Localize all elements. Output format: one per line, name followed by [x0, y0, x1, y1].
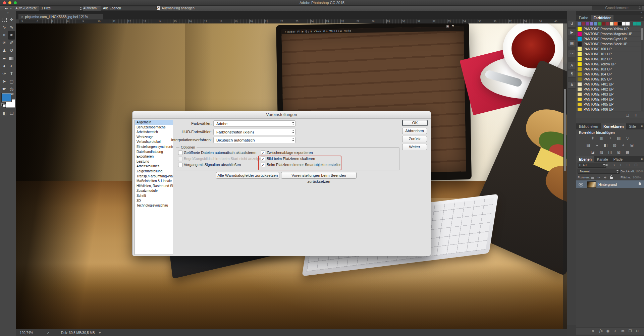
status-menu-arrow-icon[interactable]: ▶: [99, 331, 101, 334]
eye-icon[interactable]: [579, 183, 583, 186]
tab-kanäle[interactable]: Kanäle: [594, 156, 611, 162]
recent-swatch[interactable]: [586, 22, 589, 25]
pref-category-dateihandhabung[interactable]: Dateihandhabung: [135, 150, 173, 155]
swatch-row[interactable]: PANTONE Yellow UP: [576, 62, 641, 67]
recent-swatch[interactable]: [614, 22, 618, 25]
tab-stile[interactable]: Stile: [626, 123, 638, 129]
recent-swatch[interactable]: [610, 22, 613, 25]
notes-panel-icon[interactable]: ✑: [568, 50, 576, 57]
swatch-row[interactable]: PANTONE 100 UP: [576, 47, 641, 52]
character-panel-icon[interactable]: A: [568, 62, 576, 69]
hue-saturation-icon[interactable]: ▤: [585, 143, 592, 148]
swatch-row[interactable]: PANTONE 7405 UP: [576, 102, 641, 107]
layer-filter-select[interactable]: ⊙ Art: [578, 163, 606, 168]
swatch-row[interactable]: PANTONE 7406 UP: [576, 107, 641, 111]
adjustment-layer-icon[interactable]: ◑: [614, 329, 616, 333]
swatches-panel-menu-icon[interactable]: ≡: [641, 16, 643, 19]
field-select-2[interactable]: Farbtonstreifen (klein): [213, 129, 296, 135]
vibrance-icon[interactable]: ▽: [624, 135, 631, 141]
recent-swatch[interactable]: [598, 22, 601, 25]
exposure-icon[interactable]: ▧: [615, 135, 622, 141]
curves-icon[interactable]: ◔: [607, 135, 613, 141]
field-select-3[interactable]: Bikubisch automatisch: [213, 137, 296, 143]
glyphs-panel-icon[interactable]: Ā: [568, 81, 576, 89]
pref-category-3d[interactable]: 3D: [135, 199, 173, 204]
document-tab[interactable]: ×picjumbo.com_HNCK5658.jpg bei 121% (RGB…: [18, 14, 103, 20]
tab-pfade[interactable]: Pfade: [611, 156, 625, 162]
dialog-title[interactable]: Voreinstellungen: [132, 111, 431, 119]
pref-category-benutzeroberfläche[interactable]: Benutzeroberfläche: [135, 125, 173, 130]
recent-swatch[interactable]: [633, 22, 637, 25]
sample-layers-select[interactable]: Alle Ebenen: [101, 6, 159, 11]
next-button[interactable]: Weiter: [402, 144, 427, 150]
layer-visibility-cell[interactable]: [576, 180, 585, 188]
recent-swatch[interactable]: [594, 22, 597, 25]
layers-panel-menu-icon[interactable]: ≡: [641, 157, 643, 161]
levels-icon[interactable]: ▥: [598, 135, 605, 141]
swatch-row[interactable]: PANTONE 7401 UP: [576, 82, 641, 87]
reset-warnings-button[interactable]: Alle Warndialogfelder zurücksetzen: [216, 172, 279, 179]
default-colors-icon[interactable]: [1, 103, 6, 107]
canvas-scrollbar[interactable]: [563, 23, 567, 329]
recent-swatch[interactable]: [582, 22, 585, 25]
pref-category-arbeitsvolumes[interactable]: Arbeitsvolumes: [135, 164, 173, 169]
swatch-row[interactable]: PANTONE Process Black UP: [576, 42, 641, 47]
pref-category-zusatzmodule[interactable]: Zusatzmodule: [135, 188, 173, 193]
posterize-icon[interactable]: ▨: [598, 150, 605, 155]
sample-size-select[interactable]: 1 Pixel: [39, 6, 83, 11]
swatch-row[interactable]: PANTONE Process Cyan UP: [576, 37, 641, 42]
pref-category-hilfslinien-raster-und-slices[interactable]: Hilfslinien, Raster und Slices: [135, 184, 173, 189]
workspace-select[interactable]: Grundelemente: [592, 6, 642, 10]
layer-row-hintergrund[interactable]: Hintergrund: [576, 180, 644, 188]
selective-color-icon[interactable]: ⊠: [615, 150, 622, 155]
black-white-icon[interactable]: ◧: [602, 143, 609, 148]
layer-thumbnail[interactable]: [587, 181, 596, 188]
recent-swatch[interactable]: [622, 22, 626, 25]
history-panel-icon[interactable]: ↺: [568, 20, 576, 27]
pref-category-transp-farbumfang-warnung[interactable]: Transp./Farbumfang-Warnung: [135, 174, 173, 179]
recent-swatch[interactable]: [618, 22, 622, 25]
new-layer-icon[interactable]: ❏: [629, 329, 632, 333]
quick-mask-button[interactable]: ◧: [1, 110, 8, 116]
opacity-value[interactable]: 100%: [635, 169, 643, 173]
pref-category-maßeinheiten-lineale[interactable]: Maßeinheiten & Lineale: [135, 179, 173, 184]
checkbox[interactable]: [178, 151, 182, 155]
lock-icons[interactable]: ▦ ✑ ✛: [591, 175, 613, 179]
swatch-row[interactable]: PANTONE Process Yellow UP: [576, 27, 641, 32]
invert-icon[interactable]: ◪: [589, 150, 596, 155]
recent-swatch[interactable]: [637, 22, 641, 25]
tab-farbe[interactable]: Farbe: [576, 15, 591, 21]
timeline-panel-icon[interactable]: ▤: [568, 40, 576, 47]
blend-mode-select[interactable]: Normal: [578, 169, 620, 174]
show-ring-checkbox[interactable]: ✓: [156, 6, 160, 10]
tab-ebenen[interactable]: Ebenen: [576, 156, 594, 162]
photo-filter-icon[interactable]: ◍: [611, 143, 618, 148]
checkbox[interactable]: ✓: [261, 151, 265, 155]
tab-bibliotheken[interactable]: Bibliotheken: [576, 123, 601, 129]
tab-farbfelder[interactable]: Farbfelder: [591, 15, 613, 21]
canvas-scroll-thumb[interactable]: [564, 89, 566, 171]
swatch-row[interactable]: PANTONE 103 UP: [576, 67, 641, 72]
foreground-color-swatch[interactable]: [2, 93, 11, 102]
adjustments-panel-menu-icon[interactable]: ≡: [641, 124, 643, 128]
swatch-row[interactable]: PANTONE Process Magenta UP: [576, 32, 641, 37]
gradient-map-icon[interactable]: ▩: [624, 150, 631, 155]
layer-group-icon[interactable]: ▭: [621, 329, 625, 333]
toolbar-collapse-icon[interactable]: «: [0, 11, 16, 14]
layer-effects-icon[interactable]: ƒx: [599, 329, 603, 333]
ok-button[interactable]: OK: [402, 120, 428, 126]
swap-colors-icon[interactable]: ⇄: [11, 92, 14, 96]
layer-filter-icons[interactable]: ▣ ◑ T ▢ ❏: [605, 163, 639, 167]
checkbox[interactable]: [178, 163, 182, 167]
recent-swatch[interactable]: [626, 22, 630, 25]
hand-tool[interactable]: ☛: [1, 85, 8, 94]
swatch-row[interactable]: PANTONE 105 UP: [576, 77, 641, 82]
tab-close-icon[interactable]: ×: [18, 15, 25, 19]
swatch-row[interactable]: PANTONE 7403 UP: [576, 92, 641, 97]
swatches-scrollbar[interactable]: [641, 27, 643, 111]
new-swatch-icon[interactable]: ❏: [626, 113, 629, 117]
brightness-contrast-icon[interactable]: ☀: [589, 135, 596, 141]
recent-swatch[interactable]: [590, 22, 593, 25]
recent-swatch[interactable]: [578, 22, 581, 25]
layer-mask-icon[interactable]: ◉: [606, 329, 609, 333]
